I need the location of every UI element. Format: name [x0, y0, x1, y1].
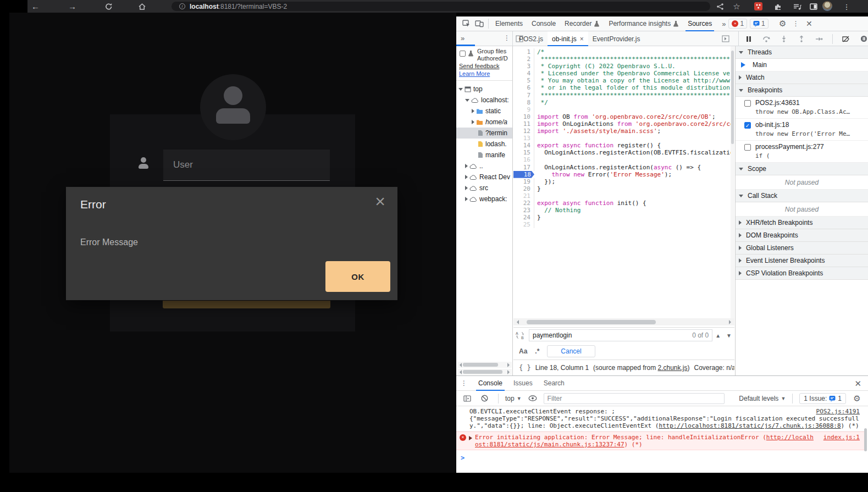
- extension-red-icon[interactable]: [754, 2, 762, 10]
- breakpoint-entry[interactable]: processPayment.js:277if (: [736, 141, 868, 163]
- console-sidebar-button[interactable]: [461, 392, 474, 405]
- drawer-close-button[interactable]: ✕: [854, 379, 861, 389]
- section-dom-breakpoints[interactable]: DOM Breakpoints: [736, 229, 868, 242]
- forward-button[interactable]: →: [68, 0, 76, 13]
- section-global-listeners[interactable]: Global Listeners: [736, 242, 868, 255]
- file-tab-EventProvider-js[interactable]: EventProvider.js: [588, 31, 645, 46]
- side-panel-button[interactable]: [808, 1, 819, 12]
- message-source-link[interactable]: index.js:1: [823, 434, 860, 441]
- navigator-more-tabs-chevron[interactable]: »: [461, 34, 465, 42]
- line-number[interactable]: 1: [513, 48, 534, 56]
- expand-arrow-icon[interactable]: [458, 88, 463, 91]
- dialog-ok-button[interactable]: OK: [325, 261, 390, 292]
- reload-button[interactable]: [105, 0, 113, 13]
- tree-item--termin[interactable]: ?termin: [456, 128, 513, 139]
- line-number[interactable]: 14: [513, 142, 534, 149]
- section-event-listener-breakpoints[interactable]: Event Listener Breakpoints: [736, 255, 868, 267]
- section-scope[interactable]: Scope: [736, 163, 868, 175]
- tree-item-lodash-[interactable]: lodash.: [456, 139, 513, 150]
- navigator-menu-button[interactable]: ⋮: [504, 34, 510, 42]
- line-number[interactable]: 17: [513, 164, 534, 171]
- clear-console-button[interactable]: [478, 392, 491, 405]
- step-over-button[interactable]: [760, 32, 773, 46]
- error-count-badge[interactable]: ×1: [728, 19, 747, 29]
- line-number[interactable]: 13: [513, 135, 534, 142]
- breakpoint-marker[interactable]: 18: [513, 171, 534, 178]
- line-number[interactable]: 16: [513, 156, 534, 163]
- tree-item-src[interactable]: src: [456, 183, 513, 194]
- tree-item-localhost-[interactable]: localhost:: [456, 95, 513, 106]
- line-number[interactable]: 20: [513, 185, 534, 192]
- find-replace-toggle-icon[interactable]: AB: [513, 329, 527, 342]
- eye-create-live-expression-button[interactable]: [526, 392, 539, 405]
- code-line[interactable]: 25: [513, 221, 734, 228]
- line-number[interactable]: 9: [513, 106, 534, 113]
- scrollbar-thumb[interactable]: [463, 370, 502, 374]
- more-tabs-chevron[interactable]: »: [722, 20, 726, 28]
- expand-triangle-icon[interactable]: [469, 436, 474, 440]
- code-line[interactable]: 21: [513, 192, 734, 200]
- line-number[interactable]: 25: [513, 221, 534, 228]
- chrome-menu-button[interactable]: ⋮: [841, 1, 852, 12]
- tree-item-manife[interactable]: manife: [456, 150, 513, 161]
- code-line[interactable]: 17 OnLoginActions.registerAction(async (…: [513, 164, 734, 171]
- code-line[interactable]: 23 // Nothing: [513, 207, 734, 214]
- url-bar[interactable]: i localhost:8181/?terminal=VBS-2: [172, 2, 710, 11]
- learn-more-link[interactable]: Learn More: [459, 70, 490, 77]
- code-line[interactable]: 11import OnLoginActions from 'org.openbr…: [513, 120, 734, 128]
- navigator-scrollbar-1[interactable]: [457, 362, 512, 368]
- search-previous-button[interactable]: ▲: [712, 333, 723, 339]
- line-number[interactable]: 19: [513, 178, 534, 185]
- code-line[interactable]: 4 * Licensed under the Openbravo Commerc…: [513, 70, 734, 77]
- dialog-close-icon[interactable]: ×: [375, 191, 385, 212]
- scrollbar-thumb[interactable]: [731, 51, 734, 144]
- console-settings-button[interactable]: ⚙: [850, 392, 864, 405]
- code-line[interactable]: 8 */: [513, 99, 734, 106]
- devtools-settings-button[interactable]: ⚙: [776, 17, 789, 30]
- inspect-element-button[interactable]: [460, 17, 473, 30]
- tab-console[interactable]: Console: [527, 16, 560, 31]
- step-button[interactable]: [812, 32, 826, 46]
- issues-count-badge[interactable]: 1: [750, 19, 769, 29]
- profile-avatar[interactable]: [822, 1, 832, 11]
- line-number[interactable]: 22: [513, 200, 534, 207]
- expand-arrow-icon[interactable]: [465, 186, 468, 190]
- section-breakpoints[interactable]: Breakpoints: [736, 84, 868, 97]
- drawer-tab-issues[interactable]: Issues: [508, 376, 538, 391]
- source-map-link[interactable]: 2.chunk.js: [657, 364, 687, 372]
- expand-arrow-icon[interactable]: [472, 109, 474, 113]
- code-line[interactable]: 6 * or in the legal folder of this modul…: [513, 84, 734, 91]
- breakpoint-checkbox[interactable]: [744, 144, 751, 151]
- breakpoint-entry[interactable]: POS2.js:43631throw new OB.App.Class.Ac…: [736, 97, 868, 119]
- expand-arrow-icon[interactable]: [465, 197, 468, 201]
- tab-sources[interactable]: Sources: [683, 16, 716, 31]
- line-number[interactable]: 12: [513, 128, 534, 135]
- line-number[interactable]: 23: [513, 207, 534, 214]
- code-line[interactable]: 14export async function register() {: [513, 142, 734, 149]
- tab-performance-insights[interactable]: Performance insights: [604, 16, 683, 31]
- code-line[interactable]: 2 **************************************…: [513, 56, 734, 63]
- code-line[interactable]: 5 * You may obtain a copy of the License…: [513, 77, 734, 84]
- console-prompt-chevron[interactable]: >: [461, 454, 465, 462]
- editor-search-input[interactable]: [529, 331, 692, 339]
- breakpoint-checkbox[interactable]: [744, 100, 751, 107]
- line-number[interactable]: 6: [513, 84, 534, 91]
- code-line[interactable]: 24}: [513, 214, 734, 221]
- console-filter-input[interactable]: [544, 393, 725, 404]
- site-info-icon[interactable]: i: [179, 3, 185, 9]
- line-number[interactable]: 15: [513, 149, 534, 156]
- pretty-print-button[interactable]: { }: [519, 364, 531, 372]
- code-line[interactable]: 22export async function init() {: [513, 200, 734, 207]
- devtools-menu-button[interactable]: ⋮: [789, 17, 803, 30]
- code-editor[interactable]: 1/*2 ***********************************…: [513, 46, 734, 327]
- editor-vertical-scrollbar[interactable]: [731, 46, 734, 318]
- extensions-puzzle-button[interactable]: [772, 1, 783, 12]
- code-line[interactable]: 12import './assets/style/main.scss';: [513, 128, 734, 135]
- issues-counter[interactable]: 1 Issue: 1: [799, 393, 846, 404]
- pause-on-exceptions-button[interactable]: [857, 32, 868, 46]
- code-line[interactable]: 10import OB from 'org.openbravo.core2/sr…: [513, 113, 734, 120]
- tab-elements[interactable]: Elements: [491, 16, 527, 31]
- code-line[interactable]: 13: [513, 135, 734, 142]
- match-case-toggle[interactable]: Aa: [519, 347, 527, 355]
- tree-item-top[interactable]: top: [456, 84, 513, 95]
